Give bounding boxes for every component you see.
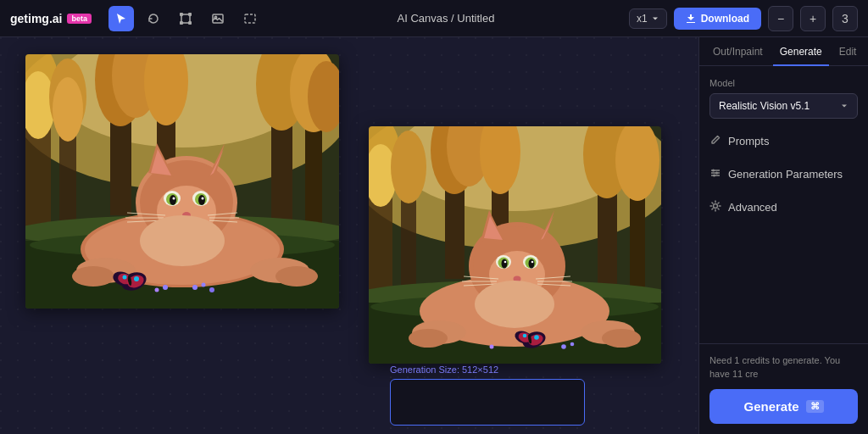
svg-point-40	[170, 195, 176, 205]
zoom-label: x1	[637, 13, 648, 25]
svg-point-126	[523, 334, 527, 338]
svg-point-128	[561, 344, 566, 349]
generate-button[interactable]: Generate ⌘	[709, 389, 858, 424]
svg-point-2	[188, 13, 191, 15]
cat-image-right	[369, 126, 661, 364]
topbar: getimg.ai beta AI Canvas	[0, 0, 868, 37]
svg-point-70	[155, 288, 159, 292]
svg-point-71	[163, 285, 168, 290]
svg-point-104	[531, 261, 534, 264]
model-section: Model Realistic Vision v5.1	[709, 78, 858, 119]
zoom-control[interactable]: x1	[629, 8, 667, 29]
svg-rect-7	[245, 14, 255, 23]
model-label: Model	[709, 78, 858, 88]
svg-point-59	[140, 215, 225, 266]
svg-point-135	[715, 172, 718, 175]
panel-content: Model Realistic Vision v5.1 Prompts	[699, 66, 868, 343]
panel-tabs: Out/Inpaint Generate Edit	[699, 37, 868, 66]
zoom-in-button[interactable]: +	[800, 6, 826, 31]
gear-icon	[709, 200, 721, 214]
download-button[interactable]: Download	[674, 8, 761, 30]
keyboard-shortcut: ⌘	[806, 400, 824, 413]
advanced-label: Advanced	[728, 201, 777, 214]
tool-select[interactable]	[108, 6, 134, 31]
svg-point-119	[602, 329, 641, 348]
beta-badge: beta	[67, 14, 92, 24]
svg-point-69	[209, 287, 214, 292]
svg-point-120	[475, 281, 554, 328]
svg-point-43	[202, 198, 204, 200]
prompts-section-row[interactable]: Prompts	[709, 131, 858, 152]
generation-params-row[interactable]: Generation Parameters	[709, 164, 858, 185]
svg-point-103	[504, 261, 507, 264]
tool-rotate[interactable]	[141, 6, 166, 31]
svg-point-136	[713, 175, 715, 177]
svg-point-1	[180, 13, 182, 15]
svg-point-79	[391, 131, 426, 203]
svg-point-101	[502, 259, 508, 269]
svg-point-130	[490, 345, 494, 349]
svg-point-56	[72, 266, 114, 287]
tab-edit[interactable]: Edit	[832, 37, 864, 66]
svg-point-117	[409, 329, 448, 348]
svg-point-64	[134, 276, 139, 281]
logo-text: getimg.ai	[10, 12, 62, 25]
gen-prompt-input[interactable]	[390, 379, 585, 426]
svg-point-137	[714, 204, 718, 209]
svg-point-102	[529, 259, 535, 269]
svg-point-125	[534, 335, 539, 340]
logo: getimg.ai beta	[10, 12, 92, 25]
canvas-title: AI Canvas / Untitled	[270, 12, 622, 25]
pencil-icon	[709, 134, 721, 148]
zoom-out-button[interactable]: −	[768, 6, 793, 31]
svg-point-41	[198, 195, 205, 205]
zoom-level[interactable]: 3	[832, 6, 858, 31]
params-icon	[709, 167, 721, 181]
tab-generate[interactable]: Generate	[773, 37, 829, 66]
prompts-label: Prompts	[728, 135, 769, 147]
svg-point-134	[712, 170, 715, 172]
svg-point-3	[180, 21, 182, 24]
gen-size-label: Generation Size: 512×512	[390, 364, 498, 375]
model-select[interactable]: Realistic Vision v5.1	[709, 93, 858, 119]
cat-image-left	[25, 54, 339, 309]
tool-transform[interactable]	[173, 6, 198, 31]
svg-point-67	[192, 285, 198, 290]
svg-point-58	[275, 266, 318, 287]
tool-image[interactable]	[205, 6, 231, 31]
svg-point-4	[188, 21, 191, 24]
svg-point-16	[53, 77, 83, 142]
canvas-area[interactable]: Generation Size: 512×512	[0, 37, 698, 434]
panel-footer: Need 1 credits to generate. You have 11 …	[699, 343, 868, 434]
svg-point-42	[173, 198, 175, 200]
advanced-section-row[interactable]: Advanced	[709, 197, 858, 218]
svg-point-129	[570, 342, 575, 347]
generation-params-label: Generation Parameters	[728, 168, 843, 181]
main-layout: Generation Size: 512×512 Out/Inpaint Gen…	[0, 37, 868, 434]
svg-point-68	[202, 283, 206, 287]
tab-out-inpaint[interactable]: Out/Inpaint	[706, 37, 770, 66]
credits-text: Need 1 credits to generate. You have 11 …	[709, 354, 858, 381]
topbar-right: x1 Download − + 3	[629, 6, 858, 31]
right-panel: Out/Inpaint Generate Edit Model Realisti…	[698, 37, 868, 434]
tool-mask[interactable]	[237, 6, 263, 31]
svg-point-65	[123, 275, 127, 280]
